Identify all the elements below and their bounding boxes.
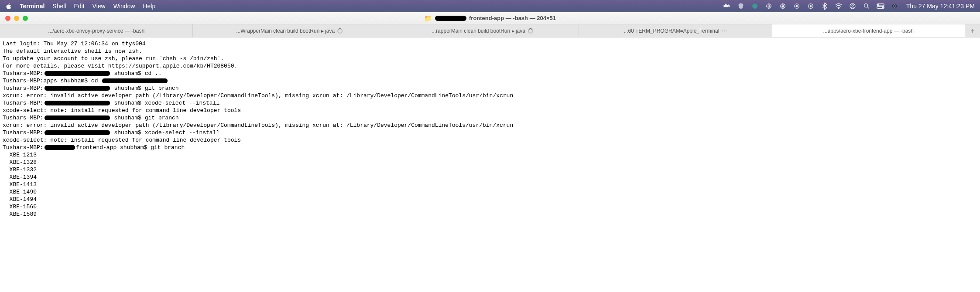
traffic-lights — [0, 16, 28, 21]
terminal-line: Tushars-MBP:apps shubham$ cd — [3, 77, 977, 85]
terminal-line: XBE-1394 — [3, 173, 977, 181]
terminal-line: For more details, please visit https://s… — [3, 62, 977, 70]
terminal-line: XBE-1332 — [3, 166, 977, 173]
app-icon-2[interactable] — [793, 2, 801, 10]
window-title-text: frontend-app — -bash — 204×51 — [469, 15, 556, 21]
macos-menubar: Terminal Shell Edit View Window Help Thu… — [0, 0, 980, 12]
minimize-button[interactable] — [14, 16, 19, 21]
app-icon-1[interactable] — [751, 2, 759, 10]
terminal-line: Tushars-MBP: shubham$ git branch — [3, 114, 977, 122]
folder-icon: 📁 — [424, 14, 432, 22]
redacted-text — [45, 130, 110, 135]
shield-icon[interactable] — [737, 2, 745, 10]
svg-point-4 — [752, 3, 757, 9]
svg-rect-2 — [726, 6, 727, 7]
tab-2[interactable]: ...rapperMain clean build bootRun ▸ java — [386, 24, 579, 37]
tab-3[interactable]: ...60 TERM_PROGRAM=Apple_Terminal ⋯ — [579, 24, 772, 37]
terminal-line: Tushars-MBP:frontend-app shubham$ git br… — [3, 144, 977, 151]
svg-rect-1 — [725, 6, 726, 7]
menubar-app-name[interactable]: Terminal — [20, 3, 45, 10]
menubar-item-window[interactable]: Window — [113, 3, 135, 10]
window-title: 📁 frontend-app — -bash — 204×51 — [424, 14, 556, 22]
terminal-line: xcrun: error: invalid active developer p… — [3, 92, 977, 99]
more-icon[interactable]: ⋯ — [722, 28, 727, 34]
menubar-item-view[interactable]: View — [93, 3, 106, 10]
svg-rect-0 — [724, 6, 725, 7]
menubar-right: Thu 27 May 12:41:23 PM — [723, 2, 975, 10]
user-icon[interactable] — [849, 2, 857, 10]
menubar-item-edit[interactable]: Edit — [74, 3, 84, 10]
tab-label: ...rapperMain clean build bootRun ▸ java — [432, 28, 525, 34]
close-button[interactable] — [5, 16, 10, 21]
window-titlebar: 📁 frontend-app — -bash — 204×51 — [0, 12, 980, 24]
terminal-output[interactable]: Last login: Thu May 27 12:06:34 on ttys0… — [0, 37, 980, 221]
terminal-line: XBE-1589 — [3, 211, 977, 218]
terminal-line: xcode-select: note: install requested fo… — [3, 107, 977, 114]
terminal-line: XBE-1328 — [3, 159, 977, 166]
svg-point-17 — [882, 7, 884, 8]
menubar-item-shell[interactable]: Shell — [52, 3, 66, 10]
spinner-icon — [528, 28, 533, 34]
tab-bar: .../aero-xbe-envoy-proxy-service — -bash… — [0, 24, 980, 37]
svg-point-16 — [877, 4, 879, 6]
terminal-line: XBE-1213 — [3, 151, 977, 159]
globe-icon[interactable] — [765, 2, 773, 10]
zoom-button[interactable] — [23, 16, 28, 21]
redacted-text — [45, 145, 75, 150]
play-circle-icon[interactable] — [807, 2, 815, 10]
terminal-line: To update your account to use zsh, pleas… — [3, 55, 977, 62]
new-tab-button[interactable]: + — [965, 24, 980, 37]
terminal-line: XBE-1413 — [3, 181, 977, 188]
tab-1[interactable]: ...WrapperMain clean build bootRun ▸ jav… — [193, 24, 386, 37]
tab-0[interactable]: .../aero-xbe-envoy-proxy-service — -bash — [0, 24, 193, 37]
terminal-line: Tushars-MBP: shubham$ xcode-select --ins… — [3, 99, 977, 107]
tab-label: ...apps/aero-xbe-frontend-app — -bash — [823, 28, 914, 34]
terminal-line: Last login: Thu May 27 12:06:34 on ttys0… — [3, 40, 977, 48]
terminal-line: xcrun: error: invalid active developer p… — [3, 122, 977, 129]
menubar-left: Terminal Shell Edit View Window Help — [5, 3, 155, 10]
bluetooth-icon[interactable] — [821, 2, 829, 10]
tab-label: ...WrapperMain clean build bootRun ▸ jav… — [236, 28, 335, 34]
terminal-line: XBE-1560 — [3, 203, 977, 211]
terminal-line: Tushars-MBP: shubham$ git branch — [3, 85, 977, 92]
tab-label: ...60 TERM_PROGRAM=Apple_Terminal — [624, 28, 719, 34]
redacted-text — [45, 86, 110, 91]
menubar-item-help[interactable]: Help — [143, 3, 155, 10]
control-center-icon[interactable] — [877, 2, 884, 10]
wifi-icon[interactable] — [835, 2, 843, 10]
redacted-text — [45, 101, 110, 105]
terminal-line: The default interactive shell is now zsh… — [3, 48, 977, 55]
svg-point-10 — [838, 8, 839, 9]
terminal-line: XBE-1490 — [3, 188, 977, 196]
svg-rect-7 — [782, 6, 784, 7]
terminal-line: XBE-1494 — [3, 196, 977, 203]
redacted-text — [102, 78, 168, 83]
menubar-clock[interactable]: Thu 27 May 12:41:23 PM — [905, 3, 975, 10]
redacted-text — [45, 115, 110, 120]
terminal-line: Tushars-MBP: shubham$ xcode-select --ins… — [3, 129, 977, 136]
lock-icon[interactable] — [779, 2, 787, 10]
siri-icon[interactable] — [891, 2, 898, 10]
terminal-line: xcode-select: note: install requested fo… — [3, 136, 977, 144]
redacted-title — [435, 16, 466, 21]
docker-icon[interactable] — [723, 2, 731, 10]
tab-label: .../aero-xbe-envoy-proxy-service — -bash — [48, 28, 144, 34]
tab-4[interactable]: ...apps/aero-xbe-frontend-app — -bash — [772, 24, 965, 37]
svg-rect-3 — [725, 4, 726, 5]
terminal-line: Tushars-MBP: shubham$ cd .. — [3, 70, 977, 77]
search-icon[interactable] — [863, 2, 870, 10]
svg-point-13 — [864, 4, 867, 7]
redacted-text — [45, 71, 110, 76]
apple-logo-icon[interactable] — [5, 3, 12, 10]
spinner-icon — [337, 28, 343, 34]
svg-point-12 — [852, 4, 853, 6]
